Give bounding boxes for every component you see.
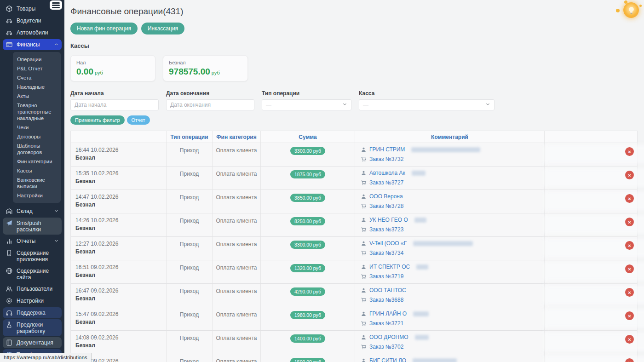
submenu-item[interactable]: Шаблоны договоров xyxy=(17,141,58,157)
order-link[interactable]: Заказ №3727 xyxy=(369,179,403,186)
cell-fin-category: Оплата клиента xyxy=(213,284,261,307)
delete-button[interactable]: × xyxy=(625,335,634,344)
sidebar-item-support[interactable]: Поддержка xyxy=(3,307,62,318)
submenu-item[interactable]: Операции xyxy=(17,55,58,64)
delete-button[interactable]: × xyxy=(625,264,634,273)
new-operation-button[interactable]: Новая фин операция xyxy=(70,23,138,34)
chevron-down-icon xyxy=(54,207,59,215)
filter-actions: Применить фильтр Отчет xyxy=(70,115,638,125)
cart-icon xyxy=(361,321,367,327)
cell-operation-type: Приход xyxy=(167,167,213,190)
client-link[interactable]: ООО ТАНТОС xyxy=(369,287,406,293)
whats-new-bulb-icon[interactable] xyxy=(622,1,640,19)
order-link[interactable]: Заказ №3723 xyxy=(369,226,403,233)
submenu-item[interactable]: Чеки xyxy=(17,123,58,132)
apply-filter-button[interactable]: Применить фильтр xyxy=(70,115,125,125)
filter-label: Тип операции xyxy=(262,90,351,97)
operation-type-select[interactable]: — xyxy=(262,99,351,110)
delete-button[interactable]: × xyxy=(625,147,634,156)
client-link[interactable]: БИГ СИТИ ЛО xyxy=(369,357,406,362)
delete-button[interactable]: × xyxy=(625,171,634,179)
cell-datetime: 15:35 10.02.2026 Безнал xyxy=(71,167,167,190)
delete-button[interactable]: × xyxy=(625,194,634,203)
cell-fin-category: Оплата клиента xyxy=(213,167,261,190)
submenu-item[interactable]: Товарно-транспортные накладные xyxy=(17,101,58,123)
sparkle-dot xyxy=(616,9,620,12)
sidebar-item-label: Автомобили xyxy=(17,29,48,36)
cell-operation-type: Приход xyxy=(167,190,213,213)
cashbox-card-cashless: Безнал 978575.00руб xyxy=(163,55,248,81)
sidebar-item-reports[interactable]: Отчеты xyxy=(3,236,62,247)
sidebar-item-users[interactable]: Пользователи xyxy=(3,283,62,294)
date-start-input[interactable] xyxy=(70,99,159,110)
sidebar-item-label: Sms/push рассылки xyxy=(17,219,59,233)
report-button[interactable]: Отчет xyxy=(127,115,150,125)
amount-badge: 1400.00 руб xyxy=(290,334,325,343)
sidebar-item-label: Предложи разработку xyxy=(17,321,59,334)
submenu-item[interactable]: Договоры xyxy=(17,132,58,141)
menu-toggle-button[interactable] xyxy=(50,0,62,10)
sidebar-item-settings[interactable]: Настройки xyxy=(3,295,62,306)
sidebar-item-label: Документация xyxy=(17,339,53,346)
delete-button[interactable]: × xyxy=(625,218,634,226)
delete-button[interactable]: × xyxy=(625,311,634,320)
delete-button[interactable]: × xyxy=(625,241,634,250)
delete-button[interactable]: × xyxy=(625,358,634,362)
delete-button[interactable]: × xyxy=(625,288,634,297)
client-link[interactable]: V-Tell (ООО «Г xyxy=(369,240,407,247)
submenu-item[interactable]: Акты xyxy=(17,92,58,101)
date-end-input[interactable] xyxy=(166,99,254,110)
globe-icon xyxy=(6,267,13,275)
order-link[interactable]: Заказ №3719 xyxy=(369,273,403,280)
submenu-item[interactable]: Накладные xyxy=(17,82,58,92)
sidebar-item-sms-push[interactable]: Sms/push рассылки xyxy=(3,218,62,235)
client-link[interactable]: ГРИН СТРИМ xyxy=(369,146,405,153)
client-link[interactable]: ИТ СПЕКТР ОС xyxy=(369,264,410,270)
client-link[interactable]: УК НЕО ГЕО О xyxy=(369,217,408,223)
cart-icon xyxy=(361,297,367,303)
submenu-item[interactable]: Банковские выписки xyxy=(17,175,58,191)
order-link[interactable]: Заказ №3734 xyxy=(369,250,403,256)
cell-amount: 1400.00 руб xyxy=(261,331,355,354)
collection-button[interactable]: Инкассация xyxy=(141,23,184,34)
submenu-item[interactable]: Настройки xyxy=(17,191,58,200)
car-icon xyxy=(6,29,13,36)
client-link[interactable]: ГРИН ЛАЙН О xyxy=(369,310,407,317)
order-link[interactable]: Заказ №3721 xyxy=(369,320,403,327)
paper-plane-icon xyxy=(6,219,13,227)
sidebar-item-finances[interactable]: Финансы xyxy=(3,39,62,50)
sidebar-item-app-content[interactable]: Содержание приложения xyxy=(3,247,62,264)
submenu-item[interactable]: Фин категории xyxy=(17,157,58,166)
client-link[interactable]: ООО ДРОНМО xyxy=(369,334,408,340)
order-link[interactable]: Заказ №3688 xyxy=(369,297,403,303)
sidebar-item-cars[interactable]: Автомобили xyxy=(3,27,62,38)
order-link[interactable]: Заказ №3728 xyxy=(369,203,403,209)
sidebar-item-site-content[interactable]: Содержание сайта xyxy=(3,265,62,282)
sidebar-item-documentation[interactable]: Документация xyxy=(3,337,62,348)
person-icon xyxy=(361,358,367,362)
sidebar-item-drivers[interactable]: Водители xyxy=(3,15,62,26)
client-link[interactable]: Автошкола Ак xyxy=(369,170,405,176)
order-link[interactable]: Заказ №3702 xyxy=(369,344,403,350)
finances-submenu: ОперацииP&L ОтчетСчетаНакладныеАктыТовар… xyxy=(13,52,61,203)
cashbox-value: 0.00руб xyxy=(76,67,150,77)
sidebar-item-suggest-development[interactable]: Предложи разработку xyxy=(3,319,62,336)
cart-icon xyxy=(361,250,367,256)
submenu-item[interactable]: Кассы xyxy=(17,166,58,175)
sidebar-item-warehouse[interactable]: Склад xyxy=(3,206,62,217)
client-link[interactable]: ООО Верона xyxy=(369,193,403,200)
submenu-item[interactable]: P&L Отчет xyxy=(17,64,58,73)
cell-operation-type: Приход xyxy=(167,237,213,260)
cell-actions: × xyxy=(545,167,637,190)
submenu-item[interactable]: Счета xyxy=(17,73,58,82)
payment-method: Безнал xyxy=(75,272,162,278)
cell-operation-type: Приход xyxy=(167,284,213,307)
cashbox-select[interactable]: — xyxy=(359,99,494,110)
operation-datetime: 14:26 10.02.2026 xyxy=(75,217,162,224)
cell-fin-category: Оплата клиента xyxy=(213,354,261,362)
order-link[interactable]: Заказ №3732 xyxy=(369,156,403,162)
cell-fin-category: Оплата клиента xyxy=(213,237,261,260)
amount-badge: 4290.00 руб xyxy=(290,287,325,296)
amount-badge: 1500.00 руб xyxy=(290,358,325,362)
person-icon xyxy=(361,241,367,247)
